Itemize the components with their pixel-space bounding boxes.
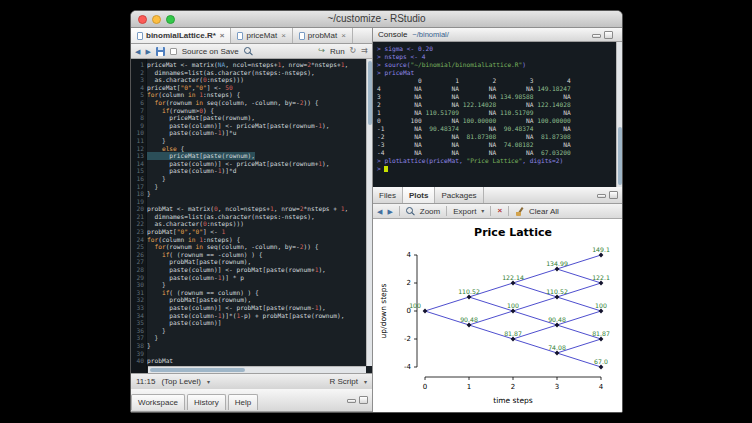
export-button[interactable]: Export [453, 207, 476, 216]
code-line[interactable]: 32 probMat[paste(rownum), [131, 296, 366, 304]
zoom-button[interactable]: Zoom [420, 207, 440, 216]
tab-binomiallattice[interactable]: binomialLattice.R* × [131, 28, 231, 43]
console-scrollbar[interactable] [616, 42, 622, 187]
chevron-down-icon: ▾ [207, 379, 210, 385]
save-icon[interactable] [156, 47, 165, 56]
code-line[interactable]: 21 dimnames=list(as.character(nsteps:-ns… [131, 213, 366, 221]
code-line[interactable]: 18} [131, 190, 366, 198]
close-tab-icon[interactable]: × [220, 32, 225, 40]
file-type-menu[interactable]: R Script [330, 377, 358, 386]
code-line[interactable]: 1priceMat <- matrix(NA, ncol=nsteps+1, n… [131, 61, 366, 69]
code-line[interactable]: 19 [131, 198, 366, 206]
line-number: 32 [131, 296, 147, 304]
minimize-pane-icon[interactable] [597, 194, 606, 198]
code-line[interactable]: 26 if( (rownum == -column) ) { [131, 251, 366, 259]
search-icon[interactable] [244, 47, 253, 56]
code-line[interactable]: 27 probMat[paste(rownum), [131, 258, 366, 266]
code-line[interactable]: 17 } [131, 183, 366, 191]
window-titlebar[interactable]: ~/customize - RStudio [131, 11, 622, 28]
line-number: 37 [131, 334, 147, 342]
run-button[interactable]: Run [330, 47, 345, 56]
cursor-position: 11:15 [136, 377, 155, 386]
code-line[interactable]: 13 priceMat[paste(rownum), [131, 152, 366, 160]
code-line[interactable]: 20probMat <- matrix(0, ncol=nsteps+1, nr… [131, 205, 366, 213]
tab-probmat[interactable]: probMat × [293, 28, 353, 43]
console-title[interactable]: Console [378, 30, 407, 39]
tab-packages[interactable]: Packages [435, 187, 483, 203]
clear-all-button[interactable]: Clear All [529, 207, 559, 216]
code-line[interactable]: 12 else { [131, 145, 366, 153]
code-line[interactable]: 2 dimnames=list(as.character(nsteps:-nst… [131, 69, 366, 77]
line-number: 9 [131, 122, 147, 130]
tab-plots[interactable]: Plots [403, 187, 436, 203]
code-line[interactable]: 22 as.character(0:nsteps))) [131, 220, 366, 228]
maximize-pane-icon[interactable] [359, 396, 368, 404]
code-line[interactable]: 38} [131, 342, 366, 350]
code-line[interactable]: 34 paste(column-1)]*(1-p) + probMat[past… [131, 312, 366, 320]
remove-plot-icon[interactable]: × [497, 207, 502, 215]
code-line[interactable]: 9 paste(column)] <- priceMat[paste(rownu… [131, 122, 366, 130]
code-line[interactable]: 24for(column in 1:nsteps) { [131, 236, 366, 244]
code-line[interactable]: 14 paste(column)] <- priceMat[paste(rown… [131, 160, 366, 168]
forward-icon[interactable]: ▶ [145, 48, 150, 55]
tab-files[interactable]: Files [373, 187, 403, 203]
back-icon[interactable]: ◀ [135, 48, 140, 55]
plot-viewer: Price Lattice-4-202401234time stepsup/do… [373, 219, 622, 412]
code-line[interactable]: 29 paste(column-1)] * p [131, 274, 366, 282]
tab-pricemat[interactable]: priceMat × [231, 28, 292, 43]
code-line[interactable]: 33 paste(column)] <- probMat[paste(rownu… [131, 304, 366, 312]
editor-vertical-scrollbar[interactable] [366, 59, 372, 366]
code-line[interactable]: 8 priceMat[paste(rownum), [131, 114, 366, 122]
scrollbar-thumb[interactable] [150, 368, 245, 372]
broom-icon[interactable] [515, 207, 524, 216]
code-line[interactable]: 36 } [131, 327, 366, 335]
code-line[interactable]: 6 for(rownum in seq(column, -column, by=… [131, 99, 366, 107]
svg-text:Price Lattice: Price Lattice [474, 226, 552, 239]
source-on-save-checkbox[interactable] [170, 48, 177, 55]
maximize-pane-icon[interactable] [604, 31, 613, 39]
maximize-pane-icon[interactable] [609, 191, 618, 199]
line-number: 15 [131, 167, 147, 175]
line-number: 25 [131, 243, 147, 251]
svg-text:122.1: 122.1 [592, 274, 610, 281]
editor-horizontal-scrollbar[interactable] [148, 366, 366, 373]
scope-indicator[interactable]: (Top Level) [161, 377, 201, 386]
code-line[interactable]: 40probMat [131, 357, 366, 365]
code-line[interactable]: 10 paste(column-1)]*u [131, 129, 366, 137]
console-working-directory[interactable]: ~/binomial/ [412, 30, 448, 39]
code-line[interactable]: 31 if( (rownum == column) ) { [131, 289, 366, 297]
previous-plot-icon[interactable]: ◀ [377, 208, 382, 215]
scrollbar-thumb[interactable] [618, 127, 622, 185]
source-file-icon[interactable]: ⇉ [361, 47, 368, 55]
svg-text:time steps: time steps [493, 396, 533, 405]
tab-help[interactable]: Help [228, 394, 258, 410]
code-line[interactable]: 7 if(rownum>0) { [131, 107, 366, 115]
minimize-pane-icon[interactable] [592, 34, 601, 38]
close-tab-icon[interactable]: × [281, 32, 286, 40]
code-editor[interactable]: 1priceMat <- matrix(NA, ncol=nsteps+1, n… [131, 59, 372, 373]
code-line[interactable]: 35 paste(column)] [131, 319, 366, 327]
minimize-pane-icon[interactable] [347, 399, 356, 403]
scrollbar-thumb[interactable] [368, 61, 372, 125]
rerun-icon[interactable]: ↻ [350, 47, 357, 55]
code-line[interactable]: 11 } [131, 137, 366, 145]
tab-workspace[interactable]: Workspace [131, 394, 185, 410]
code-line[interactable]: 4priceMat["0","0"] <- 50 [131, 84, 366, 92]
code-line[interactable]: 15 paste(column-1)]*d [131, 167, 366, 175]
tab-history[interactable]: History [187, 394, 226, 410]
run-icon[interactable]: ↪ [318, 47, 325, 55]
code-line[interactable]: 25 for(rownum in seq(column, -column, by… [131, 243, 366, 251]
code-line[interactable]: 23probMat["0","0"] <- 1 [131, 228, 366, 236]
code-line[interactable]: 3 as.character(0:nsteps))) [131, 76, 366, 84]
zoom-icon[interactable] [406, 207, 415, 216]
code-line[interactable]: 37 } [131, 334, 366, 342]
close-tab-icon[interactable]: × [341, 32, 346, 40]
document-icon [299, 32, 305, 40]
console[interactable]: > sigma <- 0.20> nsteps <- 4> source("~/… [373, 42, 622, 187]
code-line[interactable]: 16 } [131, 175, 366, 183]
code-line[interactable]: 5for(column in 1:nsteps) { [131, 91, 366, 99]
next-plot-icon[interactable]: ▶ [387, 208, 392, 215]
code-line[interactable]: 39 [131, 350, 366, 358]
code-line[interactable]: 30 } [131, 281, 366, 289]
code-line[interactable]: 28 paste(column)] <- probMat[paste(rownu… [131, 266, 366, 274]
